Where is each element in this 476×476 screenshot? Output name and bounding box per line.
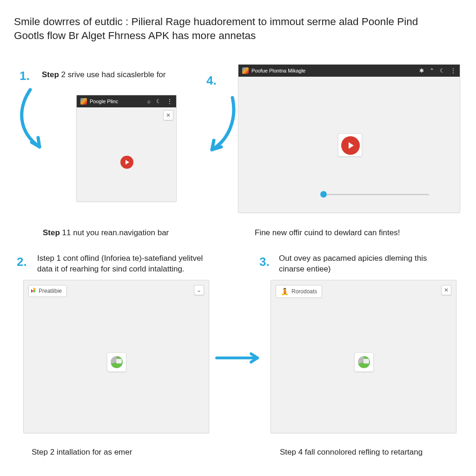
page-title: Smile dowrres of eutdic : Pilieral Rage … <box>14 15 432 43</box>
close-button-3[interactable]: ✕ <box>441 285 451 295</box>
moon-icon[interactable]: ☾ <box>440 67 445 74</box>
step-1-text: Step 2 srive use had sicaslerble for <box>42 70 165 80</box>
panel-install-right: 🧘 Rorodoats ✕ <box>271 280 456 433</box>
step-number-3: 3. <box>259 255 270 269</box>
caption-3b: Step 4 fall connolored refling to retart… <box>280 447 423 458</box>
play-card[interactable] <box>338 133 362 157</box>
step-number-2: 2. <box>17 255 27 269</box>
tab-label-2: Preatlibie <box>39 288 62 294</box>
step-number-1: 1. <box>20 69 30 83</box>
arrow-curve-right <box>204 93 245 163</box>
face-icon: 🧘 <box>281 288 289 295</box>
more-icon[interactable]: ⋮ <box>167 98 172 105</box>
caption-4b: Fine new offir cuind to dewlard can fint… <box>255 228 400 238</box>
tab-preatlibie[interactable]: Preatlibie <box>28 285 67 297</box>
search-icon[interactable]: ⌕ <box>147 98 151 105</box>
caption-2b: Step 2 intallation for as emer <box>32 447 132 458</box>
step-number-4: 4. <box>206 73 217 88</box>
play-store-icon <box>33 289 36 293</box>
play-button-large[interactable] <box>341 136 360 155</box>
window-titlebar-4: Poofue Plontna Mikagle ✱ ⌃ ☾ ⋮ <box>238 65 460 77</box>
panel-large-window: Poofue Plontna Mikagle ✱ ⌃ ☾ ⋮ <box>238 64 460 213</box>
tab-label-3: Rorodoats <box>291 288 317 295</box>
moon-icon[interactable]: ☾ <box>156 98 161 105</box>
progress-slider[interactable] <box>322 194 429 195</box>
slider-knob[interactable] <box>320 191 327 198</box>
tab-rorodoats[interactable]: 🧘 Rorodoats <box>276 285 322 298</box>
panel-install-left: Preatlibie ⌄ <box>23 280 209 433</box>
app-icon-left[interactable] <box>107 352 126 372</box>
app-logo-icon <box>242 67 249 74</box>
caption-1b: Step 11 nut you rean.navigation bar <box>43 228 169 238</box>
step-3-text: Out ovey as pacamed apicies dleming this… <box>279 253 437 275</box>
app-icon-right[interactable] <box>354 352 374 372</box>
arrow-curve-left <box>14 87 74 157</box>
panel-small-window: Poogle Plinc ⌕ ☾ ⋮ ✕ <box>76 95 177 202</box>
dropdown-button-2[interactable]: ⌄ <box>194 285 204 295</box>
up-icon[interactable]: ⌃ <box>430 67 434 74</box>
arrow-straight <box>215 351 266 365</box>
more-icon[interactable]: ⋮ <box>450 67 456 74</box>
step-2-text: Istep 1 cont oflind (Inforiea te)-satefi… <box>37 253 218 275</box>
close-button-1[interactable]: ✕ <box>163 110 173 120</box>
window-title-1: Poogle Plinc <box>90 99 118 104</box>
app-logo-icon <box>80 98 87 105</box>
window-title-4: Poofue Plontna Mikagle <box>251 68 305 73</box>
play-button-small[interactable] <box>120 156 133 169</box>
window-titlebar-1: Poogle Plinc ⌕ ☾ ⋮ <box>77 95 176 107</box>
snowflake-icon[interactable]: ✱ <box>419 67 424 74</box>
